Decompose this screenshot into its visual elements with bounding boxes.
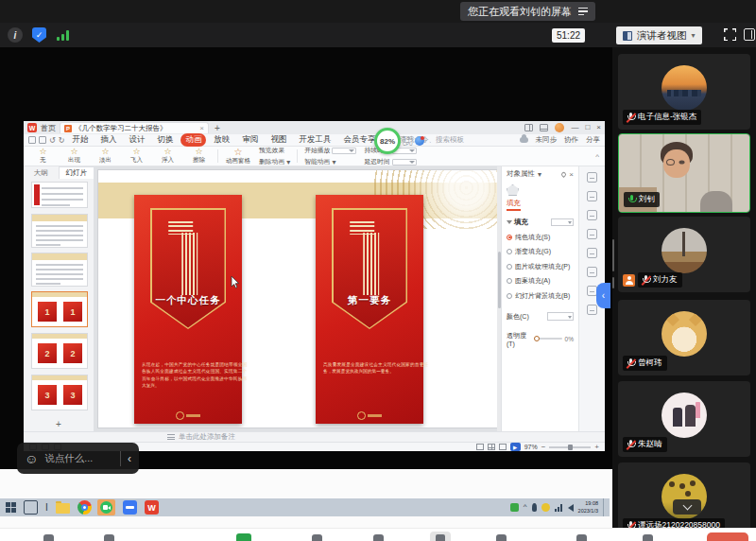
banner-menu-icon[interactable] <box>578 8 588 15</box>
participant-tile-speaking[interactable]: 刘钊 <box>618 133 750 213</box>
wps-logo-icon[interactable]: W <box>27 123 37 132</box>
scroll-participants-down-button[interactable] <box>673 499 701 515</box>
reading-view-icon[interactable] <box>499 444 507 450</box>
section-collapse-icon[interactable] <box>507 220 512 224</box>
collapse-ribbon-icon[interactable]: ^ <box>595 152 601 161</box>
participant-tile[interactable]: 朱赵晴 <box>618 381 750 457</box>
apps-button-partial[interactable] <box>576 534 587 541</box>
slide-thumbnail[interactable] <box>31 182 88 208</box>
pin-icon[interactable] <box>560 170 567 177</box>
tab-transition[interactable]: 切换 <box>152 133 178 147</box>
menu-icon[interactable] <box>28 136 36 144</box>
chat-input[interactable]: 说点什么... <box>44 452 113 465</box>
animation-pane-button[interactable]: ☆ 动画窗格 <box>221 148 255 165</box>
tab-devtools[interactable]: 开发工具 <box>294 133 335 147</box>
view-mode-button[interactable]: 演讲者视图 ▾ <box>616 26 702 44</box>
smart-animation-button[interactable]: 智能动画▾ <box>304 157 356 166</box>
participant-tile[interactable]: 曾柯玮 <box>618 300 750 375</box>
tab-slideshow[interactable]: 放映 <box>209 133 234 147</box>
slides-tab[interactable]: 幻灯片 <box>59 166 95 179</box>
split-view-icon[interactable] <box>524 124 533 131</box>
settings-button-partial[interactable] <box>643 534 653 541</box>
tab-view[interactable]: 视图 <box>266 133 291 147</box>
side-tool-icon[interactable] <box>587 210 597 220</box>
fullscreen-button[interactable] <box>724 28 736 41</box>
file-explorer-icon[interactable] <box>56 503 70 514</box>
cooperate-button[interactable]: 协作 <box>564 135 578 145</box>
wps-home-tab[interactable]: 首页 <box>41 123 56 133</box>
end-meeting-button-partial[interactable] <box>707 532 748 541</box>
alpha-slider[interactable] <box>534 338 562 340</box>
mic-control-partial[interactable] <box>43 534 54 541</box>
slide-thumbnail[interactable]: 2 2 <box>31 333 88 369</box>
tab-home[interactable]: 开始 <box>67 133 93 147</box>
invite-button-partial[interactable] <box>312 534 322 541</box>
collapse-chat-icon[interactable]: ‹ <box>128 452 131 465</box>
members-button-partial[interactable] <box>373 534 384 541</box>
fill-tab[interactable]: 填充 <box>507 199 521 211</box>
start-button[interactable] <box>6 502 16 513</box>
fill-option-picture[interactable]: 图片或纹理填充(P) <box>507 262 574 271</box>
anim-preset-floatin[interactable]: ☆ 浮入 <box>152 148 183 165</box>
antivirus-tray-icon[interactable] <box>510 503 519 512</box>
workspace-icon[interactable] <box>540 124 548 131</box>
chrome-icon[interactable] <box>77 500 92 515</box>
performance-float-ball[interactable]: 82% 3.8G CPU <box>374 127 440 155</box>
tab-design[interactable]: 设计 <box>124 133 149 147</box>
chevron-down-icon[interactable]: ▾ <box>538 170 541 179</box>
share-button[interactable]: 分享 <box>586 135 600 145</box>
close-panel-icon[interactable]: × <box>569 170 574 179</box>
minimize-button[interactable]: — <box>571 124 578 131</box>
save-icon[interactable] <box>39 136 46 144</box>
sidebar-scrollbar[interactable] <box>612 239 614 271</box>
slide-thumbnail[interactable] <box>31 214 88 248</box>
anim-preset-fade[interactable]: ☆ 淡出 <box>90 148 121 165</box>
side-tool-icon[interactable] <box>587 267 597 277</box>
redo-icon[interactable]: ↻ <box>59 136 65 145</box>
sidebar-scrollbar[interactable] <box>612 277 614 288</box>
slide-canvas[interactable]: 一个中心任务 从现在起，中国共产党的中心任务就是团结带领全国各族人民全面建成社会… <box>94 166 501 431</box>
participant-tile[interactable]: 刘力友 <box>618 217 750 292</box>
anim-preset-appear[interactable]: ☆ 出现 <box>59 148 90 165</box>
zoom-slider[interactable] <box>549 446 591 448</box>
slide-thumbnail-current[interactable]: 1 1 <box>31 291 88 327</box>
anim-preset-flyin[interactable]: ☆ 飞入 <box>121 148 152 165</box>
wps-app-icon[interactable]: W <box>145 500 159 515</box>
start-play-input[interactable] <box>332 148 356 154</box>
tab-review[interactable]: 审阅 <box>237 133 263 147</box>
color-dropdown[interactable] <box>547 312 574 321</box>
side-tool-icon[interactable] <box>587 305 597 315</box>
normal-view-icon[interactable] <box>476 444 484 450</box>
document-tab[interactable]: P 《几个数字学习二十大报告》 × <box>60 122 209 133</box>
camera-control-partial[interactable] <box>104 534 114 541</box>
docs-app-icon[interactable] <box>123 500 137 515</box>
anim-preset-none[interactable]: ☆ 无 <box>27 148 59 165</box>
tray-expand-icon[interactable]: ^ <box>524 503 527 512</box>
tab-insert[interactable]: 插入 <box>95 133 121 147</box>
new-tab-button[interactable]: + <box>215 123 220 133</box>
record-button-partial[interactable] <box>496 534 507 541</box>
fill-option-background[interactable]: 幻灯片背景填充(B) <box>507 291 574 301</box>
share-screen-button-partial[interactable] <box>236 533 251 541</box>
task-view-icon[interactable] <box>24 500 38 515</box>
slide-thumbnail[interactable]: 3 3 <box>31 375 88 410</box>
notes-bar[interactable]: 单击此处添加备注 <box>24 431 605 442</box>
slide[interactable]: 一个中心任务 从现在起，中国共产党的中心任务就是团结带领全国各族人民全面建成社会… <box>97 169 498 428</box>
wps-account-avatar[interactable] <box>555 123 564 132</box>
slide-thumbnail[interactable] <box>31 253 88 287</box>
slide-poster-left[interactable]: 一个中心任务 从现在起，中国共产党的中心任务就是团结带领全国各族人民全面建成社会… <box>134 195 242 424</box>
mic-tray-icon[interactable] <box>532 503 537 512</box>
show-desktop-button[interactable] <box>603 498 606 516</box>
fill-preset-dropdown[interactable] <box>551 218 574 226</box>
participant-tile[interactable]: 电子信息-张银杰 <box>618 54 750 130</box>
fill-option-solid[interactable]: 纯色填充(S) <box>507 233 574 242</box>
delete-animation-button[interactable]: 删除动画▾ <box>259 157 290 166</box>
cursor-pin-icon[interactable]: I <box>45 500 48 515</box>
zoom-in-button[interactable]: + <box>594 444 599 451</box>
play-slideshow-button[interactable]: ▶ <box>510 443 521 451</box>
info-icon[interactable]: i <box>8 27 23 43</box>
fill-option-pattern[interactable]: 图案填充(A) <box>507 276 574 286</box>
network-tray-icon[interactable] <box>555 503 563 512</box>
side-tool-icon[interactable] <box>587 229 597 239</box>
side-tool-icon[interactable] <box>587 248 597 258</box>
